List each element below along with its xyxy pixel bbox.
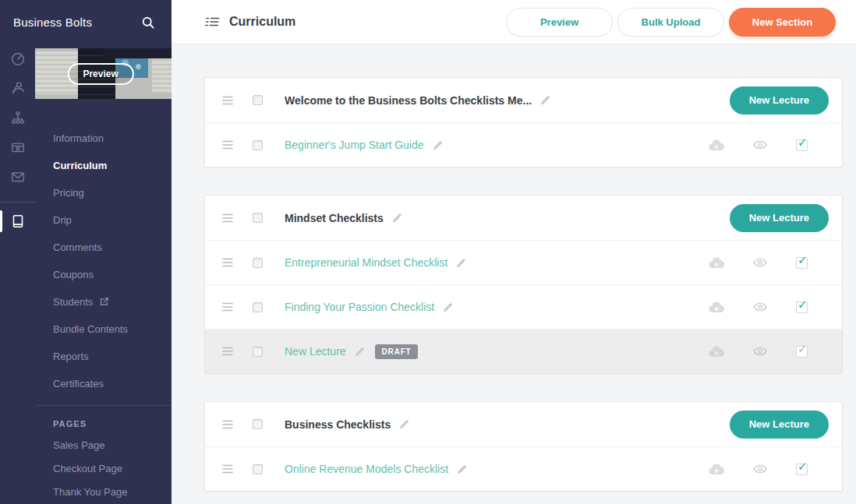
thumbnail-preview-button[interactable]: Preview (67, 63, 133, 85)
sidebar-content: Preview Information Curriculum Pricing D… (35, 44, 172, 504)
sidebar: Business Bolts (0, 0, 172, 504)
drag-handle-icon[interactable] (221, 347, 234, 356)
nav-item-curriculum[interactable]: Curriculum (53, 152, 172, 179)
nav-item-drip[interactable]: Drip (53, 206, 172, 234)
section-title: Mindset Checklists (285, 212, 384, 224)
course-nav: Information Curriculum Pricing Drip Comm… (35, 125, 172, 504)
row-checkbox[interactable] (253, 464, 263, 474)
emails-icon[interactable] (0, 167, 35, 186)
courses-icon[interactable] (0, 212, 35, 231)
edit-pencil-icon[interactable] (354, 346, 366, 358)
edit-pencil-icon[interactable] (455, 257, 467, 269)
app-window: Business Bolts (0, 0, 856, 504)
lecture-row[interactable]: Finding Your Passion Checklist ✓ (205, 284, 842, 329)
strip-divider (0, 202, 35, 203)
section-header-row: Business Checklists New Lecture (205, 402, 842, 446)
draft-status-badge: DRAFT (375, 344, 419, 359)
main-header: Curriculum Preview Bulk Upload New Secti… (172, 0, 856, 44)
lecture-row[interactable]: Online Revenue Models Checklist ✓ (205, 446, 842, 491)
nav-item-students[interactable]: Students (53, 288, 172, 315)
lecture-row[interactable]: Beginner's Jump Start Guide ✓ (205, 122, 842, 167)
drag-handle-icon[interactable] (221, 302, 234, 312)
row-checkbox[interactable] (253, 213, 263, 223)
lecture-title[interactable]: Finding Your Passion Checklist (285, 301, 434, 313)
preview-eye-icon[interactable] (752, 301, 768, 312)
lecture-actions: ✓ (709, 301, 829, 313)
section-card: Business Checklists New Lecture Online R… (204, 401, 843, 492)
upload-cloud-icon[interactable] (709, 257, 724, 269)
lecture-title[interactable]: New Lecture (285, 345, 346, 358)
upload-cloud-icon[interactable] (709, 139, 724, 151)
preview-eye-icon[interactable] (752, 139, 768, 150)
sidebar-icon-strip (0, 44, 35, 504)
row-checkbox[interactable] (253, 258, 263, 268)
published-checkbox[interactable]: ✓ (796, 257, 808, 269)
new-section-button[interactable]: New Section (729, 8, 836, 37)
lecture-title[interactable]: Beginner's Jump Start Guide (285, 139, 424, 151)
edit-pencil-icon[interactable] (391, 212, 403, 224)
nav-item-thank-you-page[interactable]: Thank You Page (53, 481, 172, 504)
published-checkbox[interactable]: ✓ (796, 301, 808, 313)
dashboard-icon[interactable] (0, 49, 35, 68)
lecture-actions: ✓ (709, 257, 829, 269)
row-checkbox[interactable] (253, 302, 263, 312)
lecture-title[interactable]: Online Revenue Models Checklist (285, 463, 448, 475)
nav-item-bundle-contents[interactable]: Bundle Contents (53, 315, 172, 343)
sales-icon[interactable] (0, 138, 35, 157)
sidebar-header: Business Bolts (0, 0, 172, 44)
brand-link[interactable]: Business Bolts (13, 16, 92, 29)
nav-item-checkout-page[interactable]: Checkout Page (53, 457, 172, 481)
lecture-row-draft[interactable]: New Lecture DRAFT ✓ (205, 329, 842, 373)
users-icon[interactable] (0, 79, 35, 97)
new-lecture-button[interactable]: New Lecture (730, 411, 829, 439)
upload-cloud-icon[interactable] (709, 301, 724, 313)
curriculum-list-icon (204, 15, 220, 29)
edit-pencil-icon[interactable] (432, 139, 444, 151)
section-title: Business Checklists (285, 418, 391, 431)
lecture-actions: ✓ (709, 346, 829, 358)
lecture-row[interactable]: Entrepreneurial Mindset Checklist ✓ (205, 240, 842, 284)
drag-handle-icon[interactable] (221, 213, 234, 223)
section-card: Welcome to the Business Bolts Checklists… (204, 77, 843, 167)
new-lecture-button[interactable]: New Lecture (730, 204, 829, 232)
drag-handle-icon[interactable] (221, 420, 234, 429)
published-checkbox[interactable]: ✓ (796, 139, 808, 151)
row-checkbox[interactable] (253, 347, 263, 357)
edit-pencil-icon[interactable] (456, 463, 468, 475)
bulk-upload-button[interactable]: Bulk Upload (617, 8, 724, 37)
edit-pencil-icon[interactable] (539, 94, 551, 106)
nav-item-reports[interactable]: Reports (53, 343, 172, 370)
search-icon[interactable] (140, 15, 156, 30)
lecture-actions: ✓ (709, 139, 829, 151)
section-title: Welcome to the Business Bolts Checklists… (285, 94, 532, 107)
section-card: Mindset Checklists New Lecture Entrepren… (204, 195, 843, 374)
preview-eye-icon[interactable] (752, 257, 768, 268)
upload-cloud-icon[interactable] (709, 463, 724, 475)
preview-eye-icon[interactable] (752, 346, 768, 357)
row-checkbox[interactable] (253, 95, 263, 105)
upload-cloud-icon[interactable] (709, 346, 724, 358)
published-checkbox[interactable]: ✓ (796, 463, 808, 475)
nav-item-coupons[interactable]: Coupons (53, 261, 172, 288)
drag-handle-icon[interactable] (221, 140, 234, 150)
nav-item-information[interactable]: Information (53, 125, 172, 152)
preview-button[interactable]: Preview (506, 8, 613, 37)
drag-handle-icon[interactable] (221, 96, 234, 105)
nav-divider (35, 405, 172, 406)
nav-item-comments[interactable]: Comments (53, 234, 172, 261)
nav-item-pricing[interactable]: Pricing (53, 179, 172, 206)
nav-item-sales-page[interactable]: Sales Page (53, 434, 172, 457)
nav-item-certificates[interactable]: Certificates (53, 370, 172, 397)
published-checkbox-disabled[interactable]: ✓ (796, 346, 808, 358)
edit-pencil-icon[interactable] (442, 301, 454, 313)
edit-pencil-icon[interactable] (398, 418, 410, 430)
new-lecture-button[interactable]: New Lecture (730, 86, 829, 115)
row-checkbox[interactable] (253, 140, 263, 150)
preview-eye-icon[interactable] (752, 463, 768, 474)
drag-handle-icon[interactable] (221, 258, 234, 267)
lecture-title[interactable]: Entrepreneurial Mindset Checklist (285, 256, 447, 269)
drag-handle-icon[interactable] (221, 464, 234, 474)
lecture-actions: ✓ (709, 463, 829, 475)
row-checkbox[interactable] (253, 419, 263, 429)
site-icon[interactable] (0, 108, 35, 127)
